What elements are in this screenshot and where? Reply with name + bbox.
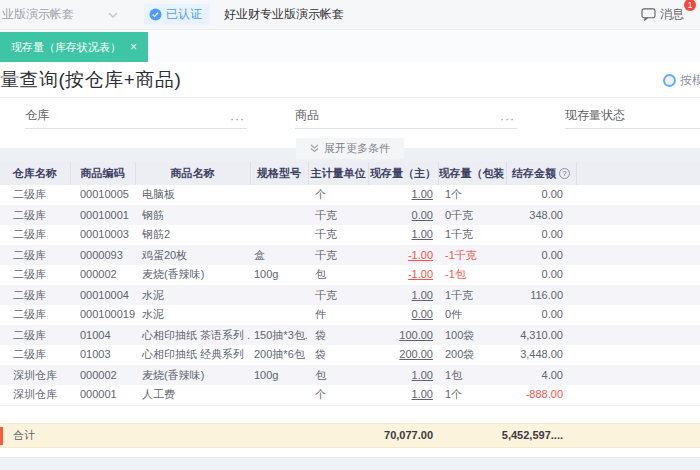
qty-main-link[interactable]: 0.00: [412, 308, 433, 320]
tab-inventory-status[interactable]: 现存量（库存状况表） ×: [0, 32, 148, 62]
column-header-unit[interactable]: 主计量单位: [308, 162, 368, 185]
qty-main-link[interactable]: -1.00: [408, 268, 433, 280]
cell-unit: 个: [308, 385, 368, 405]
cell-amount: 3,448.00: [506, 345, 576, 365]
cell-warehouse: 二级库: [0, 205, 70, 225]
cell-warehouse: 二级库: [0, 185, 70, 205]
verified-check-icon: [149, 8, 162, 21]
cell-qty: 1.00: [368, 365, 438, 385]
warehouse-filter-input[interactable]: [49, 108, 228, 124]
filter-field-warehouse: 仓库 ···: [25, 105, 247, 129]
qty-main-link[interactable]: 1.00: [412, 369, 433, 381]
cell-unit: 包: [308, 265, 368, 285]
cell-name: 钢筋: [135, 205, 250, 225]
cell-unit: 袋: [308, 345, 368, 365]
bottom-bar: [0, 457, 700, 470]
cell-pkg: 1个: [438, 185, 506, 205]
cell-spec: 150抽*3包...: [250, 325, 308, 345]
qty-main-link[interactable]: 0.00: [412, 209, 433, 221]
cell-name: 心相印抽纸 经典系列: [135, 345, 250, 365]
warehouse-picker-ellipsis-icon[interactable]: ···: [228, 114, 247, 124]
cell-pkg: -1包: [438, 265, 506, 285]
column-header-name[interactable]: 商品名称: [135, 162, 250, 185]
cell-code: 01003: [70, 345, 135, 365]
table-row: 二级库00010004水泥千克1.001千克116.00: [0, 285, 700, 305]
column-header-amount[interactable]: 结存金额?: [506, 162, 576, 185]
template-button[interactable]: 按模板: [663, 72, 700, 89]
cell-amount: -888.00: [506, 385, 576, 405]
expand-more-conditions-button[interactable]: 展开更多条件: [296, 138, 404, 159]
tab-label: 现存量（库存状况表）: [11, 40, 121, 55]
double-chevron-down-icon: [310, 144, 319, 153]
table-gap: [0, 406, 700, 423]
column-header-warehouse[interactable]: 仓库名称: [0, 162, 70, 185]
qty-main-link[interactable]: -1.00: [408, 249, 433, 261]
qty-main-link[interactable]: 200.00: [399, 348, 433, 360]
cell-qty: 1.00: [368, 225, 438, 245]
column-header-spec[interactable]: 规格型号: [250, 162, 308, 185]
qty-main-link[interactable]: 100.00: [399, 329, 433, 341]
help-icon[interactable]: ?: [559, 168, 570, 179]
title-bar: 量查询(按仓库+商品) 按模板: [0, 62, 700, 98]
account-set-label: 业版演示帐套: [2, 6, 74, 23]
bottom-spacer: [0, 448, 700, 457]
cell-code: 00010003: [70, 225, 135, 245]
filter-panel: 仓库 ··· 商品 ··· 现存量状态 展开更多条件: [0, 98, 700, 148]
cell-pkg: 100袋: [438, 325, 506, 345]
cell-warehouse: 二级库: [0, 245, 70, 265]
qty-main-link[interactable]: 1.00: [412, 188, 433, 200]
stock-status-filter-input[interactable]: [625, 108, 700, 124]
cell-qty: 200.00: [368, 345, 438, 365]
qty-main-link[interactable]: 1.00: [412, 228, 433, 240]
qty-main-link[interactable]: 1.00: [412, 289, 433, 301]
product-picker-ellipsis-icon[interactable]: ···: [498, 114, 517, 124]
cell-code: 01004: [70, 325, 135, 345]
filter-field-product: 商品 ···: [295, 105, 517, 129]
cell-warehouse: 二级库: [0, 285, 70, 305]
product-filter-input[interactable]: [319, 108, 498, 124]
totals-row: 合计 70,077.00 5,452,597....: [0, 423, 700, 448]
column-header-code[interactable]: 商品编码: [70, 162, 135, 185]
messages-count-badge: 1: [684, 0, 696, 11]
tab-bar: 现存量（库存状况表） ×: [0, 30, 700, 62]
table-header: 仓库名称商品编码商品名称规格型号主计量单位现存量（主）现存量（包装）结存金额?: [0, 162, 700, 185]
cell-warehouse: 二级库: [0, 225, 70, 245]
column-header-filler: [576, 162, 700, 185]
column-header-pkg[interactable]: 现存量（包装）: [438, 162, 506, 185]
cell-qty: 1.00: [368, 285, 438, 305]
cell-spec: [250, 205, 308, 225]
cell-qty: 1.00: [368, 385, 438, 405]
cell-qty: 1.00: [368, 185, 438, 205]
app-window: 业版演示帐套 已认证 好业财专业版演示帐套 消息 1 现存量（库存状况表） × …: [0, 0, 700, 470]
cell-amount: 4,310.00: [506, 325, 576, 345]
cell-filler: [576, 185, 700, 205]
cell-unit: 个: [308, 185, 368, 205]
messages-button[interactable]: 消息 1: [641, 6, 694, 23]
qty-main-link[interactable]: 1.00: [412, 388, 433, 400]
cell-name: 水泥: [135, 305, 250, 325]
cell-unit: 千克: [308, 205, 368, 225]
table-row: 二级库000100019水泥件0.000件0.00: [0, 305, 700, 325]
column-header-qty[interactable]: 现存量（主）: [368, 162, 438, 185]
cell-filler: [576, 365, 700, 385]
cell-warehouse: 深圳仓库: [0, 385, 70, 405]
table-row: 二级库00010003钢筋2千克1.001千克0.00: [0, 225, 700, 245]
template-button-label: 按模板: [680, 72, 700, 89]
table-row: 二级库000002麦烧(香辣味)100g包-1.00-1包0.00: [0, 265, 700, 285]
tab-close-icon[interactable]: ×: [130, 41, 137, 53]
table-row: 深圳仓库000002麦烧(香辣味)100g包1.001包4.00: [0, 365, 700, 385]
inventory-table: 仓库名称商品编码商品名称规格型号主计量单位现存量（主）现存量（包装）结存金额? …: [0, 162, 700, 406]
table-row: 深圳仓库000001人工费个1.001个-888.00: [0, 385, 700, 405]
table-row: 二级库01004心相印抽纸 茶语系列 ...150抽*3包...袋100.001…: [0, 325, 700, 345]
cell-filler: [576, 245, 700, 265]
cell-code: 000002: [70, 265, 135, 285]
cell-spec: 100g: [250, 365, 308, 385]
account-set-selector[interactable]: 业版演示帐套: [0, 6, 128, 23]
cell-name: 电脑板: [135, 185, 250, 205]
verified-badge-label: 已认证: [166, 6, 202, 23]
cell-filler: [576, 225, 700, 245]
filter-field-stock-status: 现存量状态: [565, 105, 700, 129]
cell-warehouse: 二级库: [0, 345, 70, 365]
cell-pkg: 200袋: [438, 345, 506, 365]
table-row: 二级库00010001钢筋千克0.000千克348.00: [0, 205, 700, 225]
